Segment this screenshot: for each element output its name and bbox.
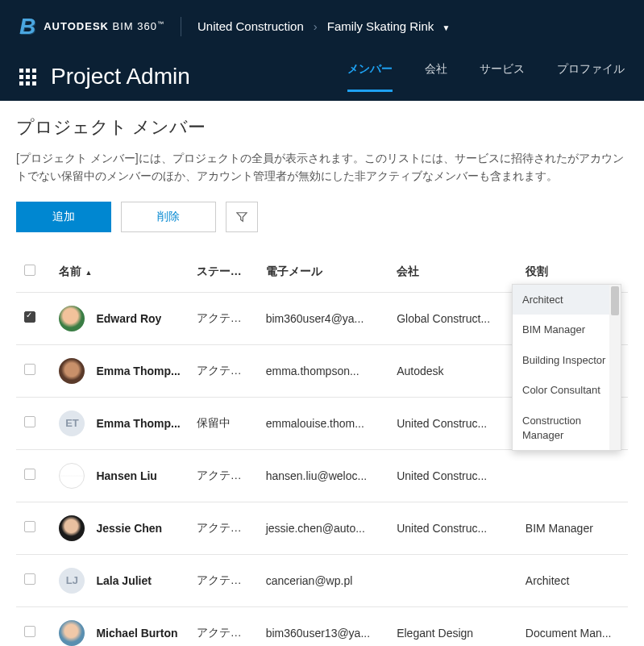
member-name: Emma Thomp... (96, 417, 180, 430)
dropdown-option-color-consultant[interactable]: Color Consultant (513, 375, 621, 406)
member-role[interactable]: Architect (517, 554, 628, 606)
tab-profile[interactable]: プロファイル (557, 62, 625, 92)
sort-ascending-icon: ▲ (85, 269, 92, 277)
row-checkbox[interactable] (24, 573, 35, 585)
breadcrumb: United Construction › Family Skating Rin… (197, 19, 450, 33)
member-name: Emma Thomp... (96, 365, 180, 377)
row-checkbox[interactable] (24, 364, 35, 375)
action-bar: 追加 削除 (16, 202, 628, 232)
breadcrumb-project[interactable]: Family Skating Rink ▼ (327, 19, 451, 33)
caret-down-icon: ▼ (442, 23, 450, 32)
member-status: アクティ... (189, 292, 258, 344)
app-header: B AUTODESK BIM 360™ United Construction … (0, 0, 644, 52)
member-email: bim360user13@ya... (258, 606, 388, 646)
row-checkbox[interactable] (24, 469, 35, 480)
member-email: bim360user4@ya... (258, 292, 388, 344)
member-role[interactable]: Document Man... (517, 606, 628, 646)
member-company: Elegant Design (388, 606, 517, 646)
member-email: emma.thompson... (258, 344, 388, 397)
member-company (388, 554, 517, 606)
table-row[interactable]: Michael Burton アクティ... bim360user13@ya..… (16, 606, 628, 646)
nav-tabs: メンバー 会社 サービス プロファイル (347, 62, 625, 92)
apps-grid-icon[interactable] (19, 69, 36, 85)
member-company: United Construc... (388, 449, 517, 502)
member-cell: Hansen Liu (59, 463, 180, 489)
member-name: Edward Roy (96, 312, 161, 325)
member-status: アクティ... (189, 449, 258, 502)
column-header-status[interactable]: ステータ... (189, 252, 258, 293)
member-status: アクティ... (189, 344, 258, 397)
avatar: ET (59, 411, 85, 436)
member-status: アクティ... (189, 554, 258, 606)
member-company: United Construc... (388, 397, 517, 449)
avatar (59, 515, 85, 541)
member-name: Michael Burton (96, 627, 177, 640)
dropdown-option-architect[interactable]: Architect (513, 285, 621, 315)
member-cell: ET Emma Thomp... (59, 411, 180, 436)
dropdown-scrollbar-thumb[interactable] (611, 286, 619, 315)
column-header-checkbox[interactable] (16, 252, 51, 293)
add-button[interactable]: 追加 (16, 202, 111, 232)
member-role[interactable] (517, 449, 628, 502)
avatar (59, 463, 85, 489)
logo-area: B AUTODESK BIM 360™ (19, 14, 164, 40)
column-header-email[interactable]: 電子メール (258, 252, 388, 293)
filter-icon (236, 211, 247, 223)
avatar (59, 358, 85, 384)
avatar (59, 306, 85, 331)
member-cell: LJ Lala Juliet (59, 568, 180, 594)
tab-companies[interactable]: 会社 (425, 62, 447, 92)
row-checkbox[interactable] (24, 416, 35, 427)
page-title: Project Admin (51, 64, 347, 90)
tab-members[interactable]: メンバー (347, 62, 393, 92)
row-checkbox[interactable] (24, 311, 35, 323)
header-divider (181, 17, 181, 36)
member-company: United Construc... (388, 502, 517, 554)
row-checkbox[interactable] (24, 521, 35, 532)
member-cell: Emma Thomp... (59, 358, 180, 384)
member-cell: Jessie Chen (59, 515, 180, 541)
breadcrumb-separator-icon: › (314, 19, 318, 33)
filter-button[interactable] (226, 202, 258, 232)
role-dropdown: Architect BIM Manager Building Inspector… (512, 284, 621, 451)
member-email: emmalouise.thom... (258, 397, 388, 449)
brand-autodesk: AUTODESK (44, 20, 109, 32)
table-row[interactable]: LJ Lala Juliet アクティ... cancerian@wp.pl A… (16, 554, 628, 606)
member-status: アクティ... (189, 502, 258, 554)
select-all-checkbox[interactable] (24, 265, 35, 276)
dropdown-option-construction-manager[interactable]: Construction Manager (513, 406, 621, 450)
member-cell: Michael Burton (59, 620, 180, 646)
breadcrumb-account[interactable]: United Construction (197, 19, 304, 33)
section-title: プロジェクト メンバー (16, 115, 628, 140)
dropdown-option-building-inspector[interactable]: Building Inspector (513, 345, 621, 376)
member-company: Global Construct... (388, 292, 517, 344)
dropdown-option-bim-manager[interactable]: BIM Manager (513, 315, 621, 345)
member-status: 保留中 (189, 397, 258, 449)
member-cell: Edward Roy (59, 306, 180, 331)
dropdown-scrollbar[interactable] (609, 285, 621, 450)
member-email: cancerian@wp.pl (258, 554, 388, 606)
member-company: Autodesk (388, 344, 517, 397)
breadcrumb-project-label: Family Skating Rink (327, 19, 434, 33)
member-name: Jessie Chen (96, 522, 162, 535)
delete-button[interactable]: 削除 (121, 202, 216, 232)
nav-row: Project Admin メンバー 会社 サービス プロファイル (0, 52, 644, 101)
avatar: LJ (59, 568, 85, 594)
member-name: Hansen Liu (96, 469, 156, 482)
column-header-company[interactable]: 会社 (388, 252, 517, 293)
table-row[interactable]: Jessie Chen アクティ... jessie.chen@auto... … (16, 502, 628, 554)
member-email: jessie.chen@auto... (258, 502, 388, 554)
member-status: アクティ... (189, 606, 258, 646)
row-checkbox[interactable] (24, 626, 35, 637)
brand-product: BIM 360™ (113, 20, 164, 32)
tab-services[interactable]: サービス (480, 62, 525, 92)
section-description: [プロジェクト メンバー]には、プロジェクトの全員が表示されます。このリストには… (16, 149, 628, 185)
member-role[interactable]: BIM Manager (517, 502, 628, 554)
member-email: hansen.liu@weloc... (258, 449, 388, 502)
table-wrapper: 名前▲ ステータ... 電子メール 会社 役割 Edward Roy アクティ.… (16, 252, 628, 646)
brand-text: AUTODESK BIM 360™ (44, 20, 164, 32)
avatar (59, 620, 85, 646)
column-header-name[interactable]: 名前▲ (51, 252, 188, 293)
content-area: プロジェクト メンバー [プロジェクト メンバー]には、プロジェクトの全員が表示… (0, 101, 644, 646)
table-row[interactable]: Hansen Liu アクティ... hansen.liu@weloc... U… (16, 449, 628, 502)
